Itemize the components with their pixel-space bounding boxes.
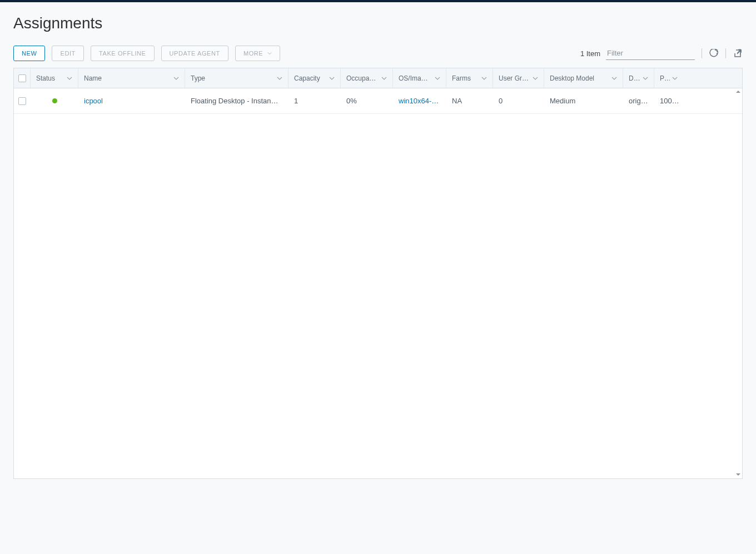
top-bar [0, 0, 756, 2]
row-checkbox-cell [14, 88, 31, 113]
cell-type: Floating Desktop - Instan… [185, 88, 289, 113]
column-header-d[interactable]: D… [623, 68, 654, 88]
cell-p: 100… [654, 88, 683, 113]
column-label: User Gr… [499, 74, 530, 82]
toolbar-right: 1 Item [580, 47, 743, 60]
column-label: OS/Ima… [399, 74, 432, 82]
cell-status [31, 88, 78, 113]
column-label: P… [660, 74, 670, 82]
scroll-down-icon[interactable] [735, 472, 741, 477]
item-count: 1 Item [580, 49, 600, 58]
caret-down-icon [329, 76, 335, 81]
column-header-usergroups[interactable]: User Gr… [493, 68, 544, 88]
caret-down-icon [481, 76, 487, 81]
column-label: Status [36, 74, 64, 82]
column-label: Desktop Model [550, 74, 609, 82]
caret-down-icon [643, 76, 648, 81]
take-offline-button[interactable]: Take Offline [91, 46, 155, 61]
osimage-link[interactable]: win10x64-… [399, 97, 439, 105]
scroll-up-icon[interactable] [735, 89, 741, 95]
caret-down-icon [533, 76, 538, 81]
more-button-label: More [243, 50, 263, 57]
edit-button[interactable]: Edit [52, 46, 83, 61]
caret-down-icon [381, 76, 387, 81]
column-header-type[interactable]: Type [185, 68, 289, 88]
page-title: Assignments [13, 14, 743, 32]
new-button[interactable]: New [13, 46, 45, 61]
row-checkbox[interactable] [18, 97, 26, 105]
caret-down-icon [173, 76, 179, 81]
column-label: Capacity [294, 74, 327, 82]
column-label: D… [629, 74, 640, 82]
table-row[interactable]: icpool Floating Desktop - Instan… 1 0% w… [14, 88, 742, 114]
column-label: Farms [452, 74, 479, 82]
select-all-checkbox[interactable] [18, 74, 26, 82]
cell-osimage: win10x64-… [393, 88, 446, 113]
caret-down-icon [672, 76, 678, 81]
column-header-status[interactable]: Status [31, 68, 78, 88]
caret-down-icon [277, 76, 282, 81]
divider [702, 48, 702, 58]
grid-body: icpool Floating Desktop - Instan… 1 0% w… [14, 88, 742, 478]
select-all-cell [14, 68, 31, 88]
caret-down-icon [67, 76, 72, 81]
cell-occupancy: 0% [341, 88, 393, 113]
more-button[interactable]: More [235, 46, 280, 61]
column-header-name[interactable]: Name [78, 68, 185, 88]
update-agent-button[interactable]: Update Agent [161, 46, 228, 61]
column-header-p[interactable]: P… [654, 68, 683, 88]
page-content: Assignments New Edit Take Offline Update… [0, 14, 756, 479]
column-label: Occupa… [346, 74, 379, 82]
cell-name: icpool [78, 88, 185, 113]
column-header-occupancy[interactable]: Occupa… [341, 68, 393, 88]
caret-down-icon [435, 76, 440, 81]
column-header-desktopmodel[interactable]: Desktop Model [544, 68, 623, 88]
caret-down-icon [611, 76, 617, 81]
status-dot-icon [52, 98, 57, 103]
toolbar: New Edit Take Offline Update Agent More … [13, 46, 743, 61]
cell-capacity: 1 [289, 88, 341, 113]
cell-desktopmodel: Medium [544, 88, 623, 113]
cell-d: orig… [623, 88, 654, 113]
column-label: Name [84, 74, 171, 82]
column-label: Type [191, 74, 275, 82]
cell-farms: NA [446, 88, 493, 113]
divider [725, 48, 726, 58]
column-header-osimage[interactable]: OS/Ima… [393, 68, 446, 88]
filter-input[interactable] [606, 47, 695, 60]
export-icon[interactable] [733, 48, 743, 58]
grid-header: Status Name Type Capacity Occupa… OS/Ima… [14, 68, 742, 88]
column-header-farms[interactable]: Farms [446, 68, 493, 88]
assignment-name-link[interactable]: icpool [84, 97, 103, 105]
refresh-icon[interactable] [709, 48, 719, 58]
chevron-down-icon [267, 51, 272, 56]
column-header-capacity[interactable]: Capacity [289, 68, 341, 88]
data-grid: Status Name Type Capacity Occupa… OS/Ima… [13, 68, 743, 479]
cell-usergroups: 0 [493, 88, 544, 113]
